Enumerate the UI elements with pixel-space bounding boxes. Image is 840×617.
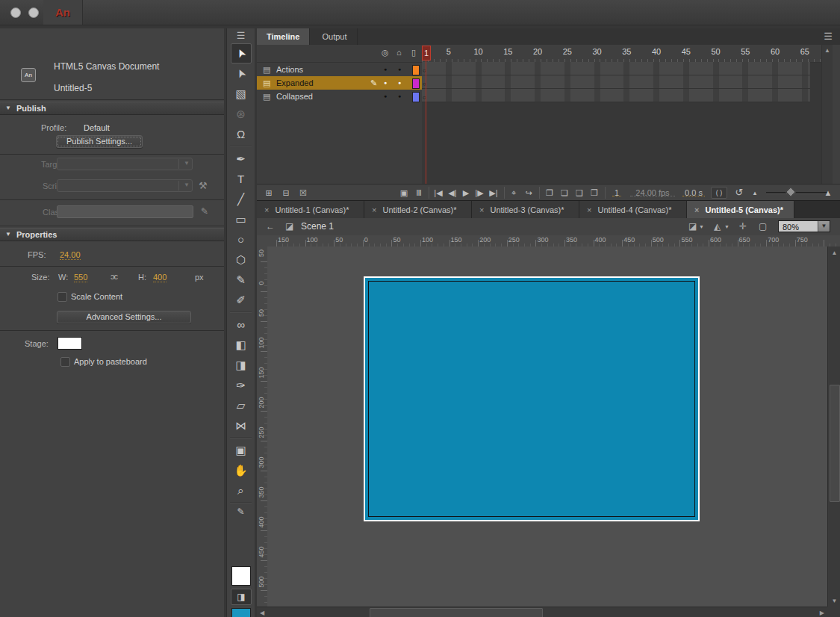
zoom-tool[interactable]: ⌕ [231, 480, 252, 500]
current-frame-readout[interactable]: 1 [612, 185, 621, 196]
frame-row[interactable]: ○ [422, 89, 810, 102]
clip-content-icon[interactable]: ▢ [759, 218, 767, 235]
frames-scrollbar[interactable]: ▲ [821, 45, 833, 184]
width-tool[interactable]: ⋈ [231, 415, 252, 435]
timeline-panel-menu-icon[interactable]: ☰ [824, 32, 833, 41]
line-tool[interactable]: ╱ [231, 189, 252, 209]
3d-rotation-tool[interactable]: ⊛ [231, 104, 252, 124]
elapsed-time-readout[interactable]: 0.0 s [682, 185, 705, 196]
layer-name[interactable]: Expanded [276, 76, 314, 90]
fps-value[interactable]: 24.00 [60, 250, 81, 260]
target-dropdown[interactable]: ▼ [57, 158, 193, 170]
scene-name-label[interactable]: Scene 1 [301, 218, 334, 235]
layer-lock-dot[interactable]: ● [398, 90, 401, 103]
show-hide-layers-icon[interactable]: ◎ [382, 48, 389, 58]
layer-row-expanded[interactable]: ▤Expanded✎●● [257, 76, 422, 90]
scroll-up-icon[interactable]: ▲ [822, 45, 833, 54]
outline-layers-icon[interactable]: ▯ [411, 48, 416, 58]
layer-row-collapsed[interactable]: ▤Collapsed●● [257, 90, 422, 103]
close-icon[interactable]: × [694, 205, 699, 214]
pen-tool[interactable]: ✒ [231, 149, 252, 169]
timeline-frames-area[interactable]: 1 5101520253035404550556065 ○○○ [422, 45, 821, 184]
free-transform-tool[interactable]: ▧ [231, 84, 252, 104]
center-stage-icon[interactable]: ✛ [739, 218, 747, 235]
step-forward-button[interactable]: |▶ [473, 185, 486, 201]
close-icon[interactable]: × [264, 205, 269, 214]
pasteboard[interactable] [267, 247, 827, 607]
eraser-tool[interactable]: ▱ [231, 395, 252, 415]
document-tab-1[interactable]: ×Untitled-1 (Canvas)* [257, 201, 364, 219]
chevron-down-icon[interactable]: ▼ [724, 218, 729, 235]
brush-tool[interactable]: ✐ [231, 290, 252, 310]
advanced-settings-button[interactable]: Advanced Settings... [57, 311, 191, 323]
layer-lock-dot[interactable]: ● [398, 76, 401, 90]
document-tab-5[interactable]: ×Untitled-5 (Canvas)* [687, 201, 794, 219]
stage-color-swatch[interactable] [57, 337, 82, 350]
properties-section-header[interactable]: ▼ Properties [0, 228, 224, 241]
scroll-right-icon[interactable]: ▶ [820, 610, 824, 616]
onion-skin-button[interactable]: ❐ [544, 185, 556, 201]
zoom-in-frames-icon[interactable]: ▲ [821, 185, 835, 201]
layer-name[interactable]: Actions [276, 63, 303, 76]
hand-tool[interactable]: ✋ [231, 460, 252, 480]
camera-tool[interactable]: ▣ [231, 440, 252, 460]
stroke-color-pencil-icon[interactable]: ✎ [231, 505, 252, 518]
frame-row[interactable]: ○ [422, 75, 810, 89]
polystar-tool[interactable]: ⬡ [231, 249, 252, 270]
publish-settings-button[interactable]: Publish Settings... [56, 135, 143, 148]
vertical-scrollbar-thumb[interactable] [830, 385, 840, 502]
stage[interactable] [364, 276, 700, 521]
delete-layer-button[interactable]: ☒ [297, 185, 309, 201]
pencil-tool[interactable]: ✎ [231, 270, 252, 290]
layer-outline-color-swatch[interactable] [412, 65, 420, 75]
ink-bottle-tool[interactable]: ◧ [231, 335, 252, 355]
frame-grid[interactable]: ○○○ [422, 62, 810, 102]
document-tab-4[interactable]: ×Untitled-4 (Canvas)* [579, 201, 687, 219]
layer-lock-dot[interactable]: ● [398, 63, 401, 76]
stage-zoom-dropdown[interactable]: 80% ▼ [778, 220, 830, 232]
bone-tool[interactable]: ∞ [231, 314, 252, 335]
horizontal-scrollbar[interactable]: ◀ ▶ [257, 607, 827, 617]
frame-ruler[interactable]: 1 5101520253035404550556065 [422, 45, 821, 63]
oval-tool[interactable]: ○ [231, 229, 252, 249]
go-to-last-frame-button[interactable]: ▶| [487, 185, 500, 201]
playhead[interactable]: 1 [422, 46, 431, 61]
onion-skin-outlines-button[interactable]: ❏ [559, 185, 570, 201]
chevron-down-icon[interactable]: ▼ [699, 218, 704, 235]
subselection-tool[interactable]: ➤ [231, 63, 252, 84]
center-frame-button[interactable]: ⌖ [508, 185, 520, 201]
text-tool[interactable]: T [231, 169, 252, 189]
layer-outline-color-swatch[interactable] [412, 92, 420, 102]
layer-visibility-dot[interactable]: ● [384, 90, 387, 103]
paint-bucket-tool[interactable]: ◨ [231, 355, 252, 375]
loop-playback-button[interactable]: ↪ [523, 185, 535, 201]
close-icon[interactable]: × [372, 205, 376, 214]
scroll-up-icon[interactable]: ▲ [828, 247, 840, 256]
edit-multiple-frames-button[interactable]: ❑ [573, 185, 585, 201]
close-icon[interactable]: × [479, 205, 484, 214]
document-tab-3[interactable]: ×Untitled-3 (Canvas)* [472, 201, 579, 219]
step-back-button[interactable]: ◀| [446, 185, 459, 201]
show-markers-button[interactable]: Ⅲ [414, 185, 424, 201]
back-arrow-icon[interactable]: ← [266, 218, 275, 235]
tab-output[interactable]: Output [313, 28, 358, 45]
fill-color-swatch[interactable] [231, 608, 251, 617]
tab-timeline[interactable]: Timeline [257, 28, 310, 45]
frame-row[interactable]: ○ [422, 62, 810, 75]
publish-section-header[interactable]: ▼ Publish [0, 102, 224, 115]
edit-scene-icon[interactable]: ◪ [688, 218, 697, 235]
scroll-down-icon[interactable]: ▼ [828, 598, 840, 604]
horizontal-scrollbar-thumb[interactable] [370, 608, 543, 617]
close-icon[interactable]: × [587, 205, 591, 214]
lasso-tool[interactable]: Ω [231, 124, 252, 144]
new-folder-button[interactable]: ⊟ [280, 185, 292, 201]
layer-visibility-dot[interactable]: ● [384, 76, 387, 90]
selection-tool[interactable]: ➤ [231, 43, 252, 63]
height-value[interactable]: 400 [153, 273, 167, 282]
script-dropdown[interactable]: ▼ [57, 179, 193, 192]
close-window-button[interactable] [10, 7, 21, 18]
modify-markers-button[interactable]: ❒ [588, 185, 600, 201]
zoom-out-frames-icon[interactable]: ▴ [750, 185, 760, 201]
reset-timeline-zoom-button[interactable]: ↺ [733, 185, 745, 201]
frame-zoom-slider[interactable] [766, 192, 830, 194]
